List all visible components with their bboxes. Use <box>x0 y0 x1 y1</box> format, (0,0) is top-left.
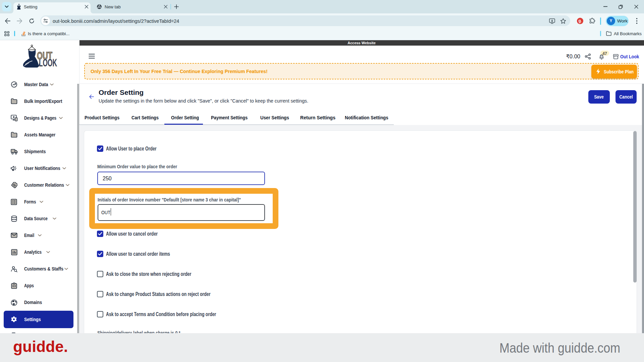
svg-text:LOOK: LOOK <box>39 57 57 69</box>
